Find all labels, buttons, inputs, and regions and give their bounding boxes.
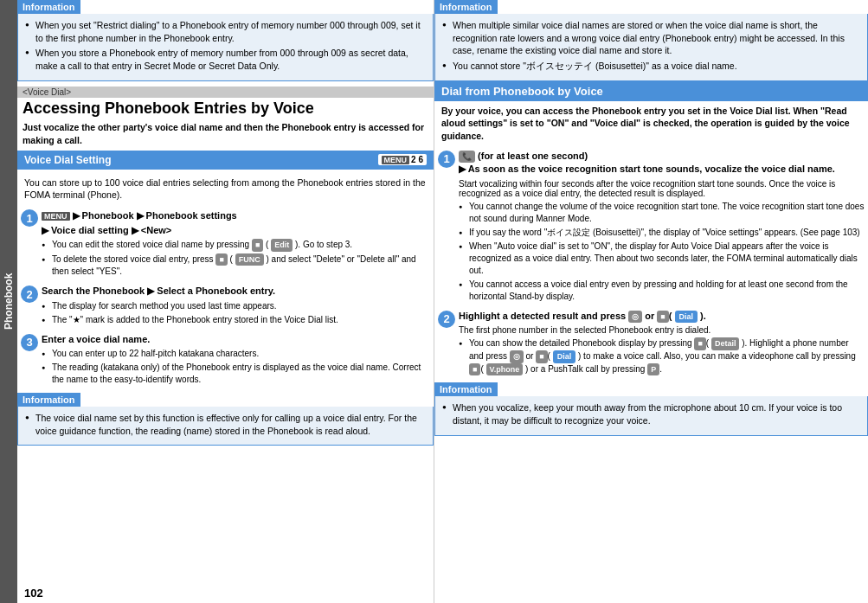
right-column: Information When multiple similar voice … — [434, 0, 868, 603]
call-button-icon: 📞 — [459, 151, 475, 164]
pushtalk-icon: P — [647, 363, 659, 376]
right-step-2-title: Highlight a detected result and press ◎ … — [459, 310, 865, 324]
step-3-title: Enter a voice dial name. — [42, 333, 430, 346]
menu-numbers: 2 6 — [411, 155, 423, 164]
right-step-2: 2 Highlight a detected result and press … — [438, 310, 865, 377]
bottom-info-item-1-left: The voice dial name set by this function… — [25, 412, 426, 437]
step-2: 2 Search the Phonebook ▶ Select a Phoneb… — [21, 285, 430, 327]
right-step-number-2: 2 — [438, 311, 455, 328]
right-step-2-bullet-1: You can show the detailed Phonebook disp… — [459, 337, 865, 375]
right-step-number-1: 1 — [438, 151, 455, 168]
step-number-2: 2 — [21, 285, 38, 303]
step-1: 1 MENU ▶ Phonebook ▶ Phonebook settings▶… — [21, 208, 430, 279]
dial-intro: By your voice, you can access the Phoneb… — [434, 101, 868, 146]
top-info-section-right: When multiple similar voice dial names a… — [434, 14, 868, 81]
right-step-1-title: 📞 (for at least one second) ▶ As soon as… — [459, 150, 865, 176]
step-2-bullet-1: The display for search method you used l… — [42, 300, 430, 312]
bottom-info-header-left: Information — [17, 393, 80, 407]
step-number-3: 3 — [21, 334, 38, 351]
bottom-info-section-right: When you vocalize, keep your mouth away … — [434, 396, 868, 435]
right-step-1-bullet-3: When "Auto voice dial" is set to "ON", t… — [459, 241, 865, 277]
voice-dial-setting-box: Voice Dial Setting MENU 2 6 — [17, 151, 434, 170]
menu-code: MENU 2 6 — [378, 154, 427, 165]
steps-list-right: 1 📞 (for at least one second) ▶ As soon … — [434, 150, 868, 377]
menu-icon: MENU — [382, 156, 410, 164]
dial-btn2: Dial — [553, 350, 576, 363]
right-step-1-title-line1: (for at least one second) — [478, 151, 588, 161]
voice-dial-tag: <Voice Dial> — [17, 87, 434, 98]
step-1-bullet-2: To delete the stored voice dial entry, p… — [42, 253, 430, 279]
step-3-bullet-2: The reading (katakana only) of the Phone… — [42, 362, 430, 386]
step-3-content: Enter a voice dial name. You can enter u… — [42, 333, 430, 388]
top-info-section-left: When you set "Restrict dialing" to a Pho… — [17, 14, 434, 81]
step-2-content: Search the Phonebook ▶ Select a Phoneboo… — [42, 285, 430, 327]
step-3-bullet-1: You can enter up to 22 half-pitch kataka… — [42, 348, 430, 360]
right-step-1: 1 📞 (for at least one second) ▶ As soon … — [438, 150, 865, 305]
right-step-1-title-line2: ▶ As soon as the voice recognition start… — [459, 164, 835, 174]
step-3: 3 Enter a voice dial name. You can enter… — [21, 333, 430, 388]
dial-btn: Dial — [675, 311, 698, 324]
menu-icon-step1: MENU — [42, 212, 70, 221]
dial-icon2: ■ — [536, 350, 547, 363]
steps-list-left: 1 MENU ▶ Phonebook ▶ Phonebook settings▶… — [17, 208, 434, 388]
vphone-icon: ■ — [469, 363, 480, 376]
step-number-1: 1 — [21, 209, 38, 227]
step-1-path: MENU ▶ Phonebook ▶ Phonebook settings▶ V… — [42, 208, 430, 237]
top-info-item-2-right: You cannot store "ボイスセッテイ (Boisusettei)"… — [442, 60, 860, 73]
section-heading: Accessing Phonebook Entries by Voice — [17, 99, 434, 119]
detail-btn: Detail — [711, 337, 740, 350]
step-2-bullet-2: The "★" mark is added to the Phonebook e… — [42, 314, 430, 326]
step-1-bullet-1: You can edit the stored voice dial name … — [42, 239, 430, 252]
left-column: Phonebook Information When you set "Rest… — [0, 0, 434, 603]
voice-dial-setting-label: Voice Dial Setting — [24, 154, 111, 166]
page-number: 102 — [17, 583, 50, 603]
bottom-info-header-right: Information — [434, 382, 498, 396]
bottom-info-item-1-right: When you vocalize, keep your mouth away … — [442, 401, 860, 427]
top-info-header-right: Information — [434, 0, 498, 14]
dial-section-heading: Dial from Phonebook by Voice — [434, 81, 868, 101]
right-step-1-body: Start vocalizing within four seconds aft… — [459, 179, 865, 198]
top-info-item-1-right: When multiple similar voice dial names a… — [442, 19, 860, 57]
detail-icon: ■ — [694, 337, 705, 350]
sidebar-phonebook: Phonebook — [0, 0, 17, 603]
right-step-1-content: 📞 (for at least one second) ▶ As soon as… — [459, 150, 865, 305]
section-subheading: Just vocalize the other party's voice di… — [17, 121, 434, 146]
step-1-content: MENU ▶ Phonebook ▶ Phonebook settings▶ V… — [42, 208, 430, 279]
setting-body: You can store up to 100 voice dial entri… — [17, 173, 434, 208]
step-1-path-text: ▶ Phonebook ▶ Phonebook settings▶ Voice … — [42, 210, 237, 235]
vphone-btn: V.phone — [486, 363, 524, 376]
right-step-2-content: Highlight a detected result and press ◎ … — [459, 310, 865, 377]
step-2-title: Search the Phonebook ▶ Select a Phoneboo… — [42, 285, 430, 298]
bottom-info-section-left: The voice dial name set by this function… — [17, 407, 434, 446]
top-info-header-left: Information — [17, 0, 80, 14]
nav-icon2: ◎ — [510, 350, 524, 363]
dial-icon: ■ — [657, 311, 668, 324]
right-step-1-bullet-1: You cannot change the volume of the voic… — [459, 201, 865, 225]
top-info-item-2-left: When you store a Phonebook entry of memo… — [25, 47, 426, 72]
right-step-1-bullet-4: You cannot access a voice dial entry eve… — [459, 279, 865, 303]
right-step-2-body: The first phone number in the selected P… — [459, 325, 865, 335]
nav-icon: ◎ — [628, 311, 642, 324]
right-step-1-bullet-2: If you say the word "ボイス設定 (Boisusettei)… — [459, 227, 865, 239]
top-info-item-1-left: When you set "Restrict dialing" to a Pho… — [25, 19, 426, 44]
